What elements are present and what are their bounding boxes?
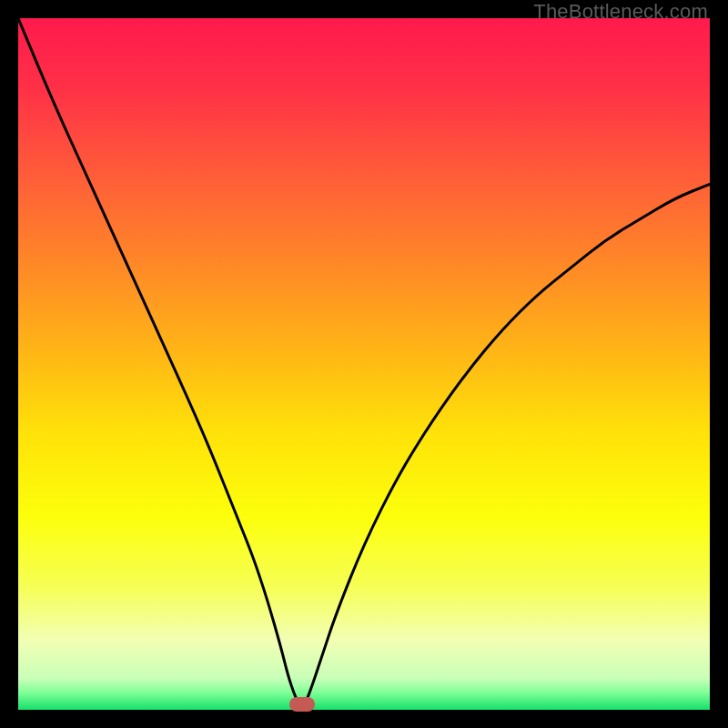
chart-background	[18, 18, 710, 710]
minimum-marker	[289, 697, 315, 712]
bottleneck-chart	[18, 18, 710, 710]
watermark-text: TheBottleneck.com	[533, 0, 708, 24]
